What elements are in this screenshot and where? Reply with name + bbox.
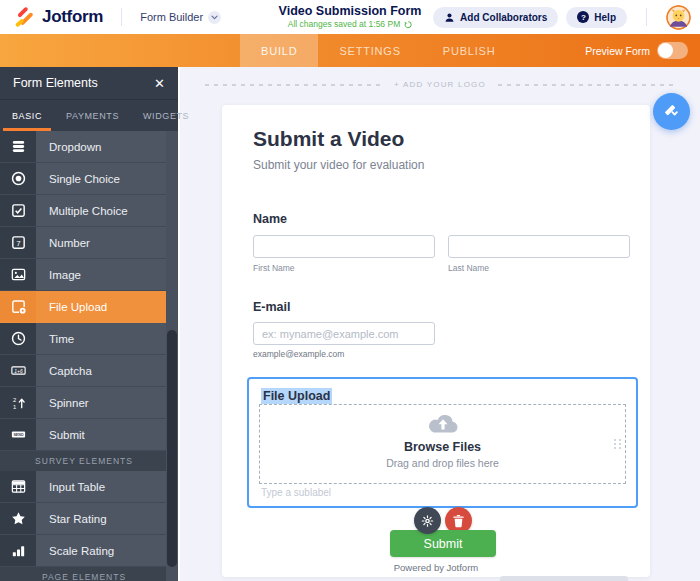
name-field-label[interactable]: Name (253, 212, 287, 226)
toggle-knob (658, 43, 673, 58)
image-icon (0, 259, 36, 290)
file-upload-field-selected[interactable]: File Upload Browse Files Drag and drop f… (247, 377, 638, 508)
panel-title: Form Elements (13, 76, 98, 90)
element-item-label: Number (36, 227, 168, 258)
element-item-number[interactable]: 7Number (0, 227, 168, 259)
svg-text:1: 1 (13, 404, 16, 410)
element-item-label: File Upload (36, 291, 168, 322)
element-item-label: Captcha (36, 355, 168, 386)
single-choice-icon (0, 163, 36, 194)
drag-handle-icon[interactable] (614, 439, 622, 449)
element-item-submit[interactable]: SENDSubmit (0, 419, 168, 451)
svg-text:2: 2 (13, 397, 16, 403)
form-canvas: + ADD YOUR LOGO Submit a Video Submit yo… (180, 67, 700, 581)
chevron-down-icon (208, 11, 221, 24)
submit-button[interactable]: Submit (390, 530, 496, 557)
person-icon (444, 12, 455, 23)
drag-drop-label: Drag and drop files here (260, 457, 625, 469)
form-heading[interactable]: Submit a Video (253, 127, 404, 151)
element-item-label: Single Choice (36, 163, 168, 194)
file-upload-icon (0, 291, 36, 322)
add-collaborators-button[interactable]: Add Collaborators (433, 7, 558, 28)
email-field-label[interactable]: E-mail (253, 300, 291, 314)
element-item-file-upload[interactable]: File Upload (0, 291, 168, 323)
element-item-multiple-choice[interactable]: Multiple Choice (0, 195, 168, 227)
multiple-choice-icon (0, 195, 36, 226)
jotform-wordmark[interactable]: Jotform (42, 7, 103, 27)
form-subheading[interactable]: Submit your video for evaluation (253, 158, 424, 172)
dashed-line (498, 84, 675, 86)
svg-text:7: 7 (16, 239, 21, 248)
tab-publish[interactable]: PUBLISH (422, 34, 517, 67)
sidebar-tab-payments[interactable]: PAYMENTS (54, 100, 131, 131)
element-item-image[interactable]: Image (0, 259, 168, 291)
jotform-logo-icon[interactable] (13, 6, 35, 28)
tab-build[interactable]: BUILD (240, 34, 318, 67)
first-name-input[interactable] (253, 235, 435, 258)
element-item-dropdown[interactable]: Dropdown (0, 131, 168, 163)
add-logo-label: + ADD YOUR LOGO (394, 80, 486, 89)
element-item-single-choice[interactable]: Single Choice (0, 163, 168, 195)
close-icon[interactable]: ✕ (154, 77, 165, 90)
spinner-icon: 21 (0, 387, 36, 418)
product-label: Form Builder (140, 11, 203, 23)
question-mark-icon: ? (577, 11, 589, 23)
file-upload-label[interactable]: File Upload (261, 388, 332, 404)
element-item-spinner[interactable]: 21Spinner (0, 387, 168, 419)
sidebar-scrollbar-track (166, 131, 178, 581)
paint-roller-icon (662, 102, 681, 121)
element-item-scale-rating[interactable]: Scale Rating (0, 535, 168, 567)
first-name-sublabel: First Name (253, 263, 295, 273)
email-sublabel: example@example.com (253, 349, 344, 359)
product-switcher[interactable]: Form Builder (140, 11, 221, 24)
element-item-label: Submit (36, 419, 168, 450)
survey-elements-section: SURVEY ELEMENTS (0, 451, 168, 471)
sidebar-scrollbar-thumb[interactable] (167, 330, 177, 567)
submit-icon: SEND (0, 419, 36, 450)
sublabel-input[interactable] (261, 487, 461, 498)
trash-icon (452, 514, 465, 528)
help-label: Help (594, 12, 616, 23)
browse-files-label: Browse Files (260, 440, 625, 454)
preview-form-label: Preview Form (585, 45, 650, 57)
sidebar-tab-basic[interactable]: BASIC (0, 100, 54, 131)
element-item-label: Time (36, 323, 168, 354)
top-header: Jotform Form Builder Video Submission Fo… (0, 0, 700, 34)
add-collaborators-label: Add Collaborators (460, 12, 547, 23)
field-settings-button[interactable] (414, 507, 441, 534)
scale-rating-icon (0, 535, 36, 566)
tab-settings[interactable]: SETTINGS (318, 34, 421, 67)
svg-text:1+6: 1+6 (14, 369, 23, 374)
last-name-input[interactable] (448, 235, 630, 258)
form-designer-button[interactable] (653, 93, 690, 130)
element-item-label: Scale Rating (36, 535, 168, 566)
element-item-label: Star Rating (36, 503, 168, 534)
dashed-line (205, 84, 382, 86)
help-button[interactable]: ? Help (566, 7, 627, 28)
preview-form-toggle[interactable] (657, 42, 688, 59)
powered-by[interactable]: Powered by Jotform (222, 562, 650, 573)
element-item-label: Dropdown (36, 131, 168, 162)
captcha-icon: 1+6 (0, 355, 36, 386)
element-item-input-table[interactable]: Input Table (0, 471, 168, 503)
number-icon: 7 (0, 227, 36, 258)
star-rating-icon (0, 503, 36, 534)
last-name-sublabel: Last Name (448, 263, 489, 273)
save-status: All changes saved at 1:56 PM (279, 19, 422, 29)
sidebar-tab-widgets[interactable]: WIDGETS (131, 100, 201, 131)
time-icon (0, 323, 36, 354)
dropdown-icon (0, 131, 36, 162)
element-item-captcha[interactable]: 1+6Captcha (0, 355, 168, 387)
header-divider (646, 8, 647, 26)
form-card: Submit a Video Submit your video for eva… (222, 105, 650, 577)
avatar[interactable] (666, 5, 691, 30)
element-item-star-rating[interactable]: Star Rating (0, 503, 168, 535)
add-logo-area[interactable]: + ADD YOUR LOGO (205, 80, 675, 89)
upload-cloud-icon (260, 412, 625, 439)
sidebar-tabs: BASICPAYMENTSWIDGETS (0, 99, 178, 131)
file-dropzone[interactable]: Browse Files Drag and drop files here (259, 404, 626, 484)
email-input[interactable] (253, 322, 435, 345)
form-builder-app: Jotform Form Builder Video Submission Fo… (0, 0, 700, 581)
form-title[interactable]: Video Submission Form (279, 4, 422, 18)
element-item-time[interactable]: Time (0, 323, 168, 355)
